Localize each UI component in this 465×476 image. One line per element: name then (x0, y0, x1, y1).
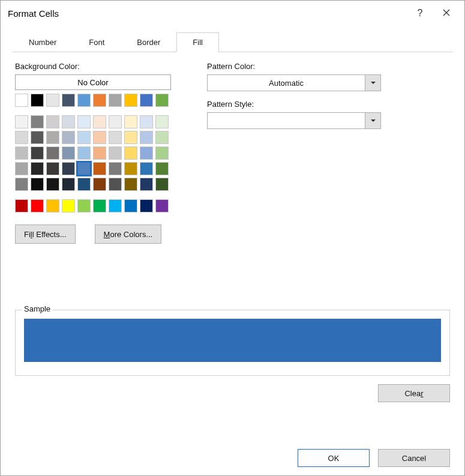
sample-legend: Sample (22, 304, 53, 313)
chevron-down-icon (365, 75, 380, 91)
cancel-button[interactable]: Cancel (378, 449, 450, 467)
color-swatch[interactable] (46, 146, 59, 160)
color-swatch[interactable] (93, 131, 106, 144)
pattern-color-value: Automatic (208, 75, 365, 91)
color-swatch[interactable] (140, 199, 153, 212)
color-swatch[interactable] (109, 178, 122, 191)
color-swatch[interactable] (62, 146, 75, 160)
tabs: Number Font Border Fill (13, 32, 452, 52)
color-swatch[interactable] (140, 146, 153, 160)
sample-preview (24, 319, 441, 362)
fill-effects-button[interactable]: Fill Effects... (15, 224, 76, 244)
color-swatch[interactable] (109, 146, 122, 160)
color-swatch[interactable] (77, 94, 91, 107)
close-icon (443, 9, 450, 18)
color-swatch[interactable] (155, 146, 169, 160)
close-button[interactable] (433, 4, 460, 22)
tab-number[interactable]: Number (13, 32, 73, 52)
color-swatch[interactable] (77, 162, 91, 175)
color-swatch[interactable] (62, 115, 75, 128)
color-swatch[interactable] (15, 178, 28, 191)
fill-effects-label: Fill Effects... (24, 230, 67, 239)
color-swatch[interactable] (109, 199, 122, 212)
color-swatch[interactable] (62, 131, 75, 144)
color-swatch[interactable] (124, 131, 137, 144)
color-swatch[interactable] (93, 94, 106, 107)
pattern-style-dropdown[interactable] (207, 112, 381, 129)
color-swatch[interactable] (62, 94, 75, 107)
color-swatch[interactable] (140, 178, 153, 191)
color-swatch[interactable] (15, 162, 28, 175)
color-swatch[interactable] (93, 146, 106, 160)
tint-grid (15, 115, 171, 191)
color-swatch[interactable] (77, 178, 91, 191)
color-swatch[interactable] (155, 199, 169, 212)
color-swatch[interactable] (155, 162, 169, 175)
color-swatch[interactable] (46, 178, 59, 191)
color-swatch[interactable] (62, 162, 75, 175)
clear-button[interactable]: Clear (378, 384, 450, 402)
color-swatch[interactable] (93, 178, 106, 191)
color-swatch[interactable] (109, 162, 122, 175)
dialog-title: Format Cells (8, 8, 407, 19)
color-swatch[interactable] (109, 94, 122, 107)
color-swatch[interactable] (109, 115, 122, 128)
color-swatch[interactable] (124, 115, 137, 128)
tab-font[interactable]: Font (73, 32, 121, 52)
color-swatch[interactable] (46, 131, 59, 144)
color-swatch[interactable] (31, 146, 44, 160)
color-buttons-row: Fill Effects... More Colors... (15, 224, 171, 244)
color-swatch[interactable] (31, 94, 44, 107)
ok-button[interactable]: OK (298, 449, 370, 467)
color-swatch[interactable] (140, 115, 153, 128)
color-swatch[interactable] (140, 94, 153, 107)
color-swatch[interactable] (46, 199, 59, 212)
color-swatch[interactable] (77, 131, 91, 144)
color-swatch[interactable] (140, 162, 153, 175)
color-swatch[interactable] (46, 162, 59, 175)
color-swatch[interactable] (93, 115, 106, 128)
standard-colors-row (15, 199, 171, 212)
color-swatch[interactable] (77, 199, 91, 212)
color-swatch[interactable] (93, 162, 106, 175)
help-button[interactable]: ? (407, 4, 433, 22)
pattern-color-dropdown[interactable]: Automatic (207, 74, 381, 91)
tab-border[interactable]: Border (121, 32, 176, 52)
titlebar: Format Cells ? (1, 1, 464, 26)
pattern-color-label: Pattern Color: (207, 62, 381, 71)
color-swatch[interactable] (46, 115, 59, 128)
color-swatch[interactable] (15, 94, 28, 107)
color-swatch[interactable] (109, 131, 122, 144)
color-swatch[interactable] (15, 115, 28, 128)
clear-label: Clear (404, 389, 423, 398)
color-swatch[interactable] (155, 115, 169, 128)
no-color-button[interactable]: No Color (15, 74, 171, 90)
color-swatch[interactable] (31, 199, 44, 212)
color-swatch[interactable] (15, 146, 28, 160)
color-swatch[interactable] (46, 94, 59, 107)
color-swatch[interactable] (155, 94, 169, 107)
color-swatch[interactable] (124, 162, 137, 175)
color-swatch[interactable] (77, 146, 91, 160)
color-swatch[interactable] (124, 146, 137, 160)
background-color-column: Background Color: No Color Fill Effects.… (15, 62, 171, 244)
color-swatch[interactable] (155, 131, 169, 144)
color-swatch[interactable] (124, 199, 137, 212)
color-swatch[interactable] (62, 178, 75, 191)
color-swatch[interactable] (31, 162, 44, 175)
color-swatch[interactable] (124, 178, 137, 191)
color-swatch[interactable] (93, 199, 106, 212)
pattern-style-label: Pattern Style: (207, 100, 381, 109)
color-swatch[interactable] (31, 178, 44, 191)
color-swatch[interactable] (77, 115, 91, 128)
color-swatch[interactable] (15, 199, 28, 212)
color-swatch[interactable] (15, 131, 28, 144)
color-swatch[interactable] (31, 115, 44, 128)
color-swatch[interactable] (140, 131, 153, 144)
color-swatch[interactable] (155, 178, 169, 191)
tab-fill[interactable]: Fill (176, 32, 219, 52)
color-swatch[interactable] (124, 94, 137, 107)
color-swatch[interactable] (31, 131, 44, 144)
color-swatch[interactable] (62, 199, 75, 212)
more-colors-button[interactable]: More Colors... (95, 224, 162, 244)
